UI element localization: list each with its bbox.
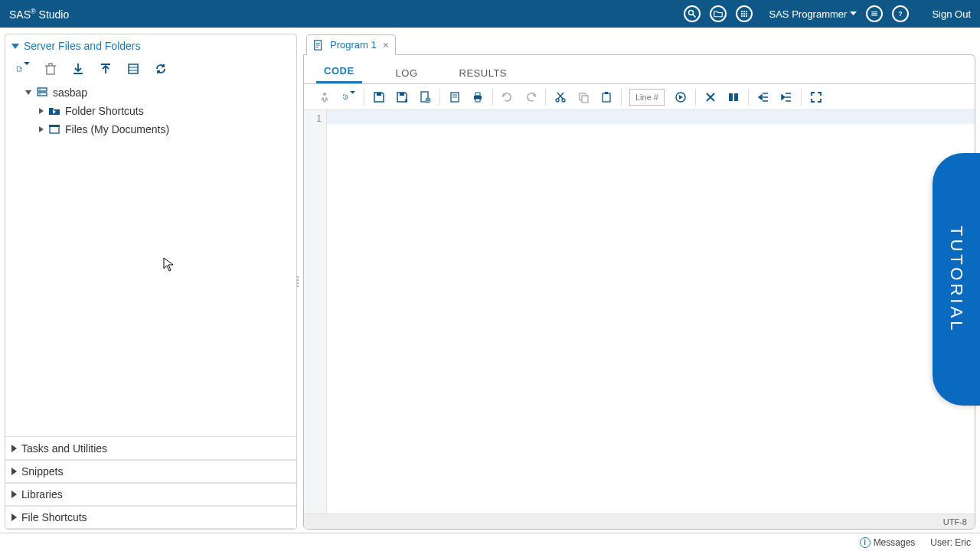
section-file-shortcuts[interactable]: File Shortcuts xyxy=(5,506,296,529)
viewtab-log[interactable]: LOG xyxy=(388,63,426,83)
section-tasks[interactable]: Tasks and Utilities xyxy=(5,437,296,460)
summary-icon[interactable] xyxy=(448,90,462,104)
svg-point-21 xyxy=(39,93,41,95)
svg-rect-18 xyxy=(38,88,47,91)
caret-down-icon xyxy=(11,44,19,49)
svg-point-40 xyxy=(562,99,565,102)
tab-program-1[interactable]: Program 1 × xyxy=(306,34,396,55)
user-menu[interactable]: SAS Programmer xyxy=(769,8,858,20)
server-icon xyxy=(36,86,48,99)
history-icon[interactable] xyxy=(342,90,356,104)
caret-closed-icon xyxy=(39,108,44,114)
section-libraries[interactable]: Libraries xyxy=(5,483,296,506)
caret-right-icon xyxy=(11,445,17,452)
download-icon[interactable] xyxy=(71,62,85,76)
topbar-actions: SAS Programmer ? Sign Out xyxy=(684,5,971,22)
sidebar-splitter[interactable] xyxy=(296,274,299,289)
goto-line-icon[interactable] xyxy=(674,90,688,104)
find-replace-icon[interactable] xyxy=(727,90,740,104)
outdent-icon[interactable] xyxy=(779,90,793,104)
save-as-icon[interactable] xyxy=(395,90,409,104)
svg-rect-29 xyxy=(377,93,381,96)
editor-panel: Program 1 × CODE LOG RESULTS xyxy=(303,34,975,530)
messages-button[interactable]: i Messages xyxy=(860,537,916,548)
indent-icon[interactable] xyxy=(756,90,770,104)
editor-toolbar xyxy=(304,84,975,110)
print-icon[interactable] xyxy=(471,90,485,104)
svg-rect-46 xyxy=(729,93,733,101)
footer-user-label: User: Eric xyxy=(930,537,971,548)
svg-rect-38 xyxy=(475,99,480,102)
svg-rect-12 xyxy=(872,13,878,14)
svg-point-7 xyxy=(745,13,746,15)
maximize-icon[interactable] xyxy=(809,90,823,104)
caret-right-icon xyxy=(11,491,17,498)
svg-point-20 xyxy=(39,89,41,90)
delete-icon[interactable] xyxy=(44,62,57,76)
caret-closed-icon xyxy=(39,126,44,132)
line-gutter: 1 xyxy=(304,110,327,514)
options-icon[interactable] xyxy=(866,5,883,22)
help-icon[interactable]: ? xyxy=(892,5,909,22)
code-editor[interactable]: 1 xyxy=(304,110,975,514)
viewtab-results[interactable]: RESULTS xyxy=(452,63,515,83)
tree-files-mydocs[interactable]: Files (My Documents) xyxy=(5,120,296,139)
editor-statusbar: UTF-8 xyxy=(304,514,975,529)
svg-rect-44 xyxy=(605,92,608,94)
svg-point-3 xyxy=(743,11,744,12)
svg-rect-13 xyxy=(872,15,878,16)
view-tabs: CODE LOG RESULTS xyxy=(304,60,975,84)
new-program-icon[interactable] xyxy=(418,90,432,104)
upload-icon[interactable] xyxy=(99,62,113,76)
svg-point-4 xyxy=(745,11,746,12)
svg-point-8 xyxy=(740,15,742,17)
caret-right-icon xyxy=(11,514,17,521)
program-icon xyxy=(313,40,324,51)
copy-icon[interactable] xyxy=(577,90,590,104)
svg-rect-37 xyxy=(475,93,480,96)
undo-icon[interactable] xyxy=(501,90,514,104)
svg-line-1 xyxy=(692,15,695,18)
save-icon[interactable] xyxy=(372,90,386,104)
apps-icon[interactable] xyxy=(736,5,753,22)
svg-rect-23 xyxy=(49,125,60,127)
svg-rect-47 xyxy=(734,93,738,101)
redo-icon[interactable] xyxy=(524,90,537,104)
run-icon[interactable] xyxy=(319,90,333,104)
info-icon: i xyxy=(860,537,871,548)
tree-server-root[interactable]: sasbap xyxy=(5,83,296,102)
paste-icon[interactable] xyxy=(599,90,613,104)
tree-folder-shortcuts[interactable]: Folder Shortcuts xyxy=(5,102,296,120)
clear-code-icon[interactable] xyxy=(704,90,717,104)
code-text-area[interactable] xyxy=(327,110,975,514)
encoding-label: UTF-8 xyxy=(943,517,967,527)
sidebar-toolbar xyxy=(5,57,296,80)
app-footer: i Messages User: Eric xyxy=(0,533,980,551)
svg-text:?: ? xyxy=(899,11,903,18)
signout-link[interactable]: Sign Out xyxy=(932,8,971,20)
open-folder-icon[interactable] xyxy=(710,5,727,22)
section-server-files[interactable]: Server Files and Folders xyxy=(5,34,296,57)
viewtab-code[interactable]: CODE xyxy=(316,60,362,83)
section-snippets[interactable]: Snippets xyxy=(5,460,296,483)
svg-rect-19 xyxy=(38,93,47,96)
app-title: SAS® Studio xyxy=(9,8,69,21)
svg-rect-15 xyxy=(129,64,138,73)
properties-icon[interactable] xyxy=(126,62,140,76)
svg-rect-11 xyxy=(872,11,878,12)
svg-point-6 xyxy=(743,13,744,15)
svg-point-28 xyxy=(323,93,326,96)
svg-point-39 xyxy=(556,99,559,102)
chevron-down-icon xyxy=(850,11,857,16)
goto-line-input[interactable] xyxy=(629,89,665,106)
app-topbar: SAS® Studio SAS Programmer ? Sign Out xyxy=(0,0,980,28)
new-item-icon[interactable] xyxy=(16,62,30,76)
close-tab-icon[interactable]: × xyxy=(383,39,389,51)
svg-rect-43 xyxy=(603,93,610,102)
caret-right-icon xyxy=(11,468,17,475)
refresh-icon[interactable] xyxy=(154,62,168,76)
search-icon[interactable] xyxy=(684,5,701,22)
tutorial-tab[interactable]: TUTORIAL xyxy=(933,153,980,406)
svg-point-5 xyxy=(740,13,742,15)
cut-icon[interactable] xyxy=(554,90,567,104)
